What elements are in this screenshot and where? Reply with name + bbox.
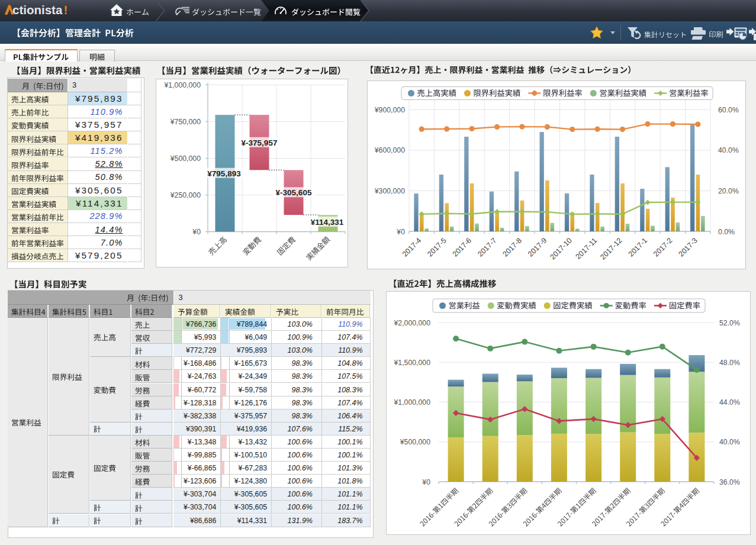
svg-text:2017-12: 2017-12 <box>599 236 623 261</box>
svg-text:2017-7: 2017-7 <box>476 236 498 258</box>
svg-text:2017-1: 2017-1 <box>627 236 649 258</box>
svg-text:¥750,000: ¥750,000 <box>170 118 201 126</box>
svg-text:ctionista: ctionista <box>12 3 63 17</box>
svg-text:¥300,000: ¥300,000 <box>374 187 405 195</box>
svg-text:¥0: ¥0 <box>422 478 430 486</box>
svg-text:¥900,000: ¥900,000 <box>374 106 405 114</box>
svg-text:¥795,893: ¥795,893 <box>207 169 241 178</box>
svg-text:¥1,000,000: ¥1,000,000 <box>163 81 201 89</box>
svg-text:¥1,500,000: ¥1,500,000 <box>393 359 430 367</box>
svg-text:52.0%: 52.0% <box>719 319 740 327</box>
svg-text:¥0: ¥0 <box>192 228 201 236</box>
svg-text:¥600,000: ¥600,000 <box>374 146 405 154</box>
svg-text:¥500,000: ¥500,000 <box>170 154 201 163</box>
svg-text:¥2,000,000: ¥2,000,000 <box>393 319 430 327</box>
svg-text:2017-3: 2017-3 <box>677 236 699 258</box>
svg-text:2017-10: 2017-10 <box>548 236 573 261</box>
svg-text:2017-2: 2017-2 <box>652 236 674 258</box>
svg-text:48.0%: 48.0% <box>719 359 740 367</box>
svg-text:2017-4: 2017-4 <box>401 236 423 258</box>
svg-text:60.0%: 60.0% <box>718 106 739 114</box>
svg-text:!: ! <box>64 3 68 17</box>
svg-text:2017-8: 2017-8 <box>501 236 523 258</box>
svg-text:¥250,000: ¥250,000 <box>170 191 201 199</box>
svg-text:¥0: ¥0 <box>396 228 405 236</box>
svg-text:36.0%: 36.0% <box>719 478 740 486</box>
svg-text:2017-6: 2017-6 <box>451 236 473 258</box>
svg-text:2017-5: 2017-5 <box>426 236 448 258</box>
svg-text:20.0%: 20.0% <box>718 187 739 195</box>
svg-text:0.0%: 0.0% <box>718 228 735 236</box>
svg-text:40.0%: 40.0% <box>718 146 739 154</box>
svg-text:2017-9: 2017-9 <box>526 236 548 258</box>
svg-text:¥1,000,000: ¥1,000,000 <box>393 398 430 407</box>
svg-text:¥-305,605: ¥-305,605 <box>276 188 312 197</box>
svg-text:¥500,000: ¥500,000 <box>400 438 430 446</box>
svg-text:40.0%: 40.0% <box>719 438 740 446</box>
svg-text:¥-375,957: ¥-375,957 <box>242 138 278 147</box>
svg-text:¥114,331: ¥114,331 <box>311 218 344 227</box>
svg-text:44.0%: 44.0% <box>719 398 740 407</box>
svg-text:2017-11: 2017-11 <box>574 236 599 261</box>
